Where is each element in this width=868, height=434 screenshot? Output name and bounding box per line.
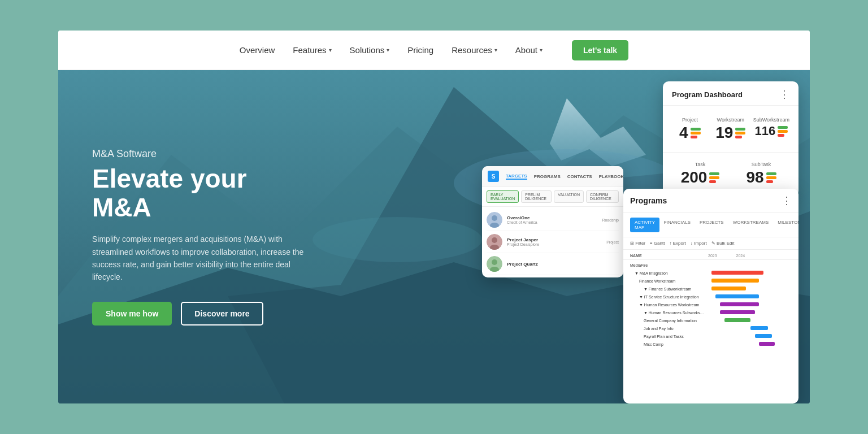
hero-content: M&A Software Elevate your M&A Simplify c… xyxy=(58,125,341,348)
nav-solutions[interactable]: Solutions ▾ xyxy=(350,45,390,55)
target-row: OveralOne Credit of America Roadship xyxy=(487,209,619,231)
discover-more-button[interactable]: Discover more xyxy=(181,302,263,326)
program-dashboard-menu-icon[interactable]: ⋮ xyxy=(779,88,789,101)
gantt-row: ▼ Finance Subworkstream xyxy=(623,285,798,293)
gantt-row: ▼ IT Service Structure Integration xyxy=(623,293,798,301)
nav-targets[interactable]: TARGETS xyxy=(506,173,527,180)
tab-projects[interactable]: PROJECTS xyxy=(695,218,728,232)
targets-nav: S TARGETS PROGRAMS CONTACTS PLAYBOOK ADM… xyxy=(482,166,623,187)
phase-valuation[interactable]: VALUATION xyxy=(554,190,584,203)
gantt-row: Misc Comp xyxy=(623,340,798,348)
gantt-header: NAME 2023 2024 xyxy=(623,252,798,260)
tab-milestones[interactable]: MILESTONES xyxy=(773,218,798,232)
program-dashboard-stats: Project 4 Workstream xyxy=(663,106,798,152)
workstream-bars xyxy=(735,128,745,138)
gantt-row: Job and Pay Info xyxy=(623,324,798,332)
gantt-btn[interactable]: ≡ Gantt xyxy=(650,241,665,246)
phase-early-eval[interactable]: EARLY EVALUATION xyxy=(487,190,519,203)
stat-project: Project 4 xyxy=(670,112,710,145)
phase-confirm[interactable]: CONFIRM DILIGENCE xyxy=(586,190,619,203)
nav-playbook[interactable]: PLAYBOOK xyxy=(599,174,623,179)
stat-workstream: Workstream 19 xyxy=(710,112,751,145)
stat-subtask: SubTask 98 xyxy=(731,157,792,190)
project-bars xyxy=(691,128,701,138)
hero-description: Simplify complex mergers and acquisition… xyxy=(92,233,307,284)
programs-menu-icon[interactable]: ⋮ xyxy=(782,194,792,207)
solutions-caret-icon: ▾ xyxy=(387,47,389,53)
avatar-icon-2 xyxy=(487,234,502,250)
targets-logo: S xyxy=(488,171,499,182)
program-dashboard-card: Program Dashboard ⋮ Project 4 xyxy=(663,81,798,197)
avatar-icon-1 xyxy=(487,212,502,228)
hero-title: Elevate your M&A xyxy=(92,164,307,222)
stat-subworkstream: SubWorkstream 116 xyxy=(751,112,792,145)
svg-point-12 xyxy=(492,237,497,243)
about-caret-icon: ▾ xyxy=(540,47,542,53)
svg-point-9 xyxy=(492,215,497,221)
page-wrapper: Overview Features ▾ Solutions ▾ Pricing … xyxy=(0,0,868,434)
show-me-how-button[interactable]: Show me how xyxy=(92,302,172,326)
nav-links: Overview Features ▾ Solutions ▾ Pricing … xyxy=(240,40,628,60)
nav-about[interactable]: About ▾ xyxy=(515,45,542,55)
stat-task: Task 200 xyxy=(670,157,731,190)
hero-section: M&A Software Elevate your M&A Simplify c… xyxy=(58,70,810,403)
target-avatar-3 xyxy=(487,256,502,272)
gantt-row: General Company Information xyxy=(623,316,798,324)
tab-workstreams[interactable]: WORKSTREAMS xyxy=(728,218,774,232)
avatar-icon-3 xyxy=(487,256,502,272)
resources-caret-icon: ▾ xyxy=(494,47,497,53)
main-card: Overview Features ▾ Solutions ▾ Pricing … xyxy=(58,31,810,403)
nav-resources[interactable]: Resources ▾ xyxy=(452,45,497,55)
gantt-row: Payroll Plan and Tasks xyxy=(623,332,798,340)
lets-talk-button[interactable]: Let's talk xyxy=(572,40,628,60)
svg-point-15 xyxy=(492,259,497,265)
navbar: Overview Features ▾ Solutions ▾ Pricing … xyxy=(58,31,810,70)
program-dashboard-title: Program Dashboard xyxy=(672,90,743,99)
gantt-row: MediaFire xyxy=(623,261,798,269)
filter-btn[interactable]: ⊞ Filter xyxy=(630,241,645,246)
programs-tabs: ACTIVITY MAP FINANCIALS PROJECTS WORKSTR… xyxy=(623,213,798,237)
phase-prelim[interactable]: PRELIM DILIGENCE xyxy=(521,190,552,203)
program-dashboard-header: Program Dashboard ⋮ xyxy=(663,81,798,106)
gantt-container: NAME 2023 2024 MediaFire ▼ M&A xyxy=(623,250,798,350)
target-row: Project Quartz xyxy=(487,253,619,275)
gantt-row: ▼ M&A Integration xyxy=(623,269,798,277)
nav-overview[interactable]: Overview xyxy=(240,45,275,55)
export-btn[interactable]: ↑ Export xyxy=(669,241,685,246)
subworkstream-bars xyxy=(778,126,788,137)
programs-header: Programs ⋮ xyxy=(623,189,798,213)
gantt-row: Finance Workstream xyxy=(623,277,798,285)
nav-pricing[interactable]: Pricing xyxy=(407,45,433,55)
gantt-row: ▼ Human Resources Subworkstream xyxy=(623,309,798,316)
phase-tabs: EARLY EVALUATION PRELIM DILIGENCE VALUAT… xyxy=(482,187,623,207)
features-caret-icon: ▾ xyxy=(329,47,332,53)
tab-financials[interactable]: FINANCIALS xyxy=(659,218,695,232)
import-btn[interactable]: ↓ Import xyxy=(691,241,707,246)
target-avatar-2 xyxy=(487,234,502,250)
targets-card: S TARGETS PROGRAMS CONTACTS PLAYBOOK ADM… xyxy=(482,166,623,277)
nav-features[interactable]: Features ▾ xyxy=(293,45,331,55)
programs-card: Programs ⋮ ACTIVITY MAP FINANCIALS PROJE… xyxy=(623,189,798,403)
subtask-bars xyxy=(766,172,776,183)
hero-buttons: Show me how Discover more xyxy=(92,302,307,326)
target-avatar-1 xyxy=(487,212,502,228)
task-bars xyxy=(709,172,719,183)
target-rows: OveralOne Credit of America Roadship xyxy=(482,207,623,277)
bulk-edit-btn[interactable]: ✎ Bulk Edit xyxy=(711,241,735,246)
programs-toolbar: ⊞ Filter ≡ Gantt ↑ Export ↓ Import ✎ Bul… xyxy=(623,237,798,250)
nav-contacts[interactable]: CONTACTS xyxy=(567,174,592,179)
gantt-row: ▼ Human Resources Workstream xyxy=(623,301,798,309)
dashboard-area: Program Dashboard ⋮ Project 4 xyxy=(482,76,798,403)
nav-programs[interactable]: PROGRAMS xyxy=(534,174,561,179)
target-row: Project Jasper Project Dealsplore Projec… xyxy=(487,231,619,253)
hero-subtitle: M&A Software xyxy=(92,148,307,160)
tab-activity-map[interactable]: ACTIVITY MAP xyxy=(630,218,659,232)
programs-card-title: Programs xyxy=(630,196,667,205)
